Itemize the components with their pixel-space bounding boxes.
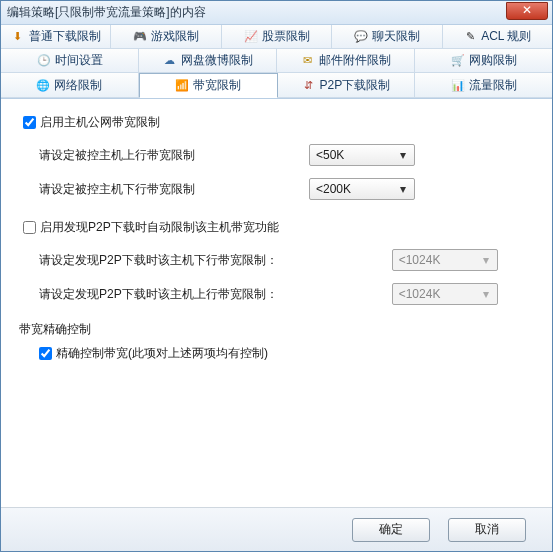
tab-icon: 📈 (244, 30, 258, 44)
tab-icon: ⇵ (302, 78, 316, 92)
tab-游戏限制[interactable]: 🎮游戏限制 (111, 25, 221, 49)
tab-P2P下载限制[interactable]: ⇵P2P下载限制 (278, 73, 416, 98)
upload-limit-combo[interactable]: <50K ▾ (309, 144, 415, 166)
tab-label: 网络限制 (54, 77, 102, 94)
precise-control-checkbox[interactable]: 精确控制带宽(此项对上述两项均有控制) (35, 344, 268, 363)
chevron-down-icon: ▾ (396, 148, 410, 162)
tab-label: 聊天限制 (372, 28, 420, 45)
cancel-button[interactable]: 取消 (448, 518, 526, 542)
p2p-upload-limit-combo[interactable]: <1024K ▾ (392, 283, 498, 305)
tabs-row: 🕒时间设置☁网盘微博限制✉邮件附件限制🛒网购限制 (1, 49, 552, 73)
tab-icon: 🎮 (133, 30, 147, 44)
tab-ACL 规则[interactable]: ✎ACL 规则 (443, 25, 552, 49)
tabs-row: ⬇普通下载限制🎮游戏限制📈股票限制💬聊天限制✎ACL 规则 (1, 25, 552, 49)
p2p-download-limit-label: 请设定发现P2P下载时该主机下行带宽限制： (39, 252, 278, 269)
dialog-footer: 确定 取消 (1, 507, 552, 551)
tab-icon: ⬇ (11, 30, 25, 44)
tab-label: 带宽限制 (193, 77, 241, 94)
tab-网盘微博限制[interactable]: ☁网盘微博限制 (139, 49, 277, 73)
checkbox-input[interactable] (23, 221, 36, 234)
download-limit-label: 请设定被控主机下行带宽限制 (39, 181, 195, 198)
chevron-down-icon: ▾ (479, 253, 493, 267)
tab-content: 启用主机公网带宽限制 请设定被控主机上行带宽限制 <50K ▾ 请设定被控主机下… (1, 99, 552, 507)
checkbox-label: 精确控制带宽(此项对上述两项均有控制) (56, 345, 268, 362)
tab-网购限制[interactable]: 🛒网购限制 (415, 49, 552, 73)
tab-邮件附件限制[interactable]: ✉邮件附件限制 (277, 49, 415, 73)
chevron-down-icon: ▾ (479, 287, 493, 301)
tab-icon: 🛒 (451, 54, 465, 68)
checkbox-label: 启用主机公网带宽限制 (40, 114, 160, 131)
tab-icon: 🌐 (36, 78, 50, 92)
tab-icon: 📊 (451, 78, 465, 92)
enable-public-bandwidth-checkbox[interactable]: 启用主机公网带宽限制 (19, 113, 160, 132)
tab-icon: 💬 (354, 30, 368, 44)
tab-网络限制[interactable]: 🌐网络限制 (1, 73, 139, 98)
close-button[interactable]: ✕ (506, 2, 548, 20)
tab-icon: ✎ (463, 30, 477, 44)
combo-value: <50K (316, 148, 396, 162)
chevron-down-icon: ▾ (396, 182, 410, 196)
titlebar: 编辑策略[只限制带宽流量策略]的内容 ✕ (1, 1, 552, 25)
combo-value: <200K (316, 182, 396, 196)
tab-strip: ⬇普通下载限制🎮游戏限制📈股票限制💬聊天限制✎ACL 规则🕒时间设置☁网盘微博限… (1, 25, 552, 99)
tab-label: 网盘微博限制 (181, 52, 253, 69)
tab-label: 邮件附件限制 (319, 52, 391, 69)
tab-icon: 🕒 (37, 54, 51, 68)
p2p-download-limit-combo[interactable]: <1024K ▾ (392, 249, 498, 271)
close-icon: ✕ (522, 3, 532, 17)
tab-带宽限制[interactable]: 📶带宽限制 (139, 73, 278, 98)
tab-icon: ☁ (163, 54, 177, 68)
upload-limit-label: 请设定被控主机上行带宽限制 (39, 147, 195, 164)
combo-value: <1024K (399, 253, 479, 267)
precise-control-title: 带宽精确控制 (19, 321, 534, 338)
combo-value: <1024K (399, 287, 479, 301)
tab-label: 流量限制 (469, 77, 517, 94)
tabs-row: 🌐网络限制📶带宽限制⇵P2P下载限制📊流量限制 (1, 73, 552, 98)
tab-icon: ✉ (301, 54, 315, 68)
tab-label: 股票限制 (262, 28, 310, 45)
tab-label: 网购限制 (469, 52, 517, 69)
p2p-upload-limit-label: 请设定发现P2P下载时该主机上行带宽限制： (39, 286, 278, 303)
checkbox-input[interactable] (23, 116, 36, 129)
checkbox-label: 启用发现P2P下载时自动限制该主机带宽功能 (40, 219, 279, 236)
tab-股票限制[interactable]: 📈股票限制 (222, 25, 332, 49)
tab-label: 游戏限制 (151, 28, 199, 45)
dialog-window: 编辑策略[只限制带宽流量策略]的内容 ✕ ⬇普通下载限制🎮游戏限制📈股票限制💬聊… (0, 0, 553, 552)
tab-流量限制[interactable]: 📊流量限制 (415, 73, 552, 98)
ok-button[interactable]: 确定 (352, 518, 430, 542)
tab-icon: 📶 (175, 79, 189, 93)
tab-label: 普通下载限制 (29, 28, 101, 45)
enable-p2p-auto-checkbox[interactable]: 启用发现P2P下载时自动限制该主机带宽功能 (19, 218, 279, 237)
download-limit-combo[interactable]: <200K ▾ (309, 178, 415, 200)
tab-label: P2P下载限制 (320, 77, 391, 94)
tab-label: ACL 规则 (481, 28, 531, 45)
tab-时间设置[interactable]: 🕒时间设置 (1, 49, 139, 73)
window-title: 编辑策略[只限制带宽流量策略]的内容 (7, 4, 546, 21)
tab-聊天限制[interactable]: 💬聊天限制 (332, 25, 442, 49)
tab-普通下载限制[interactable]: ⬇普通下载限制 (1, 25, 111, 49)
checkbox-input[interactable] (39, 347, 52, 360)
tab-label: 时间设置 (55, 52, 103, 69)
